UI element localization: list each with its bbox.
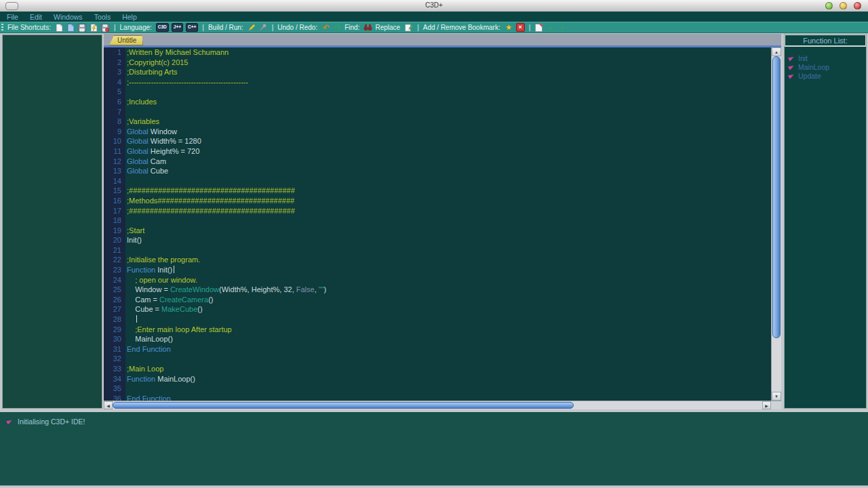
maximize-button[interactable]	[840, 2, 847, 9]
code-line[interactable]: 6;Includes	[104, 97, 771, 107]
line-number: 30	[104, 334, 125, 344]
code-line[interactable]: 8;Variables	[104, 117, 771, 127]
redo-icon[interactable]: ↷	[333, 23, 342, 32]
line-number: 2	[104, 58, 125, 68]
code-line[interactable]: 12Global Cam	[104, 157, 771, 167]
code-line[interactable]: 5	[104, 87, 771, 97]
code-line[interactable]: 21	[104, 245, 771, 256]
remove-x-icon[interactable]: ×	[516, 23, 525, 32]
code-line[interactable]: 1;Written By Michael Schumann	[104, 47, 771, 58]
replace-pencil-icon[interactable]	[404, 23, 413, 32]
output-panel: Initialising C3D+ IDE!	[0, 409, 868, 486]
code-line[interactable]: 36End Function	[104, 394, 771, 401]
code-line[interactable]: 20Init()	[104, 235, 771, 245]
toolbar-label: Find:	[344, 24, 359, 31]
minimize-button[interactable]	[825, 2, 833, 9]
toolbar-separator: |	[272, 24, 274, 31]
open-file-icon[interactable]	[66, 23, 75, 32]
vscroll-track[interactable]	[772, 56, 781, 392]
pencil-icon[interactable]	[248, 23, 256, 32]
toolbar: File Shortcuts:|Language:C3DJ++C++|Build…	[0, 22, 868, 33]
tab-untitle[interactable]: Untitle	[109, 35, 143, 45]
code-line[interactable]: 34Function MainLoop()	[104, 374, 771, 384]
code-line[interactable]: 10Global Width% = 1280	[104, 136, 771, 146]
function-arrow-icon	[788, 64, 795, 70]
language-j++-button[interactable]: J++	[172, 23, 183, 32]
code-line[interactable]: 30 MainLoop()	[104, 334, 771, 344]
hscroll-thumb[interactable]	[113, 402, 574, 409]
code-line[interactable]: 25 Window = CreateWindow(Width%, Height%…	[104, 285, 771, 295]
scroll-left-icon[interactable]: ◀	[104, 401, 113, 409]
vscroll-thumb[interactable]	[772, 56, 781, 338]
code-line[interactable]: 9Global Window	[104, 127, 771, 137]
toolbar-label: Undo / Redo:	[277, 24, 317, 31]
code-line[interactable]: 14	[104, 176, 771, 186]
code-line[interactable]: 11Global Height% = 720	[104, 146, 771, 157]
line-number: 20	[104, 235, 125, 245]
line-number: 8	[104, 117, 125, 127]
code-line[interactable]: 4;--------------------------------------…	[104, 77, 771, 87]
code-line[interactable]: 16;Methods##############################…	[104, 196, 771, 206]
menu-tools[interactable]: Tools	[94, 13, 111, 21]
menu-edit[interactable]: Edit	[30, 13, 42, 21]
code-line[interactable]: 15;#####################################…	[104, 186, 771, 196]
code-line[interactable]: 27 Cube = MakeCube()	[104, 304, 771, 314]
scroll-down-icon[interactable]: ▼	[772, 392, 781, 401]
scroll-right-icon[interactable]: ▶	[762, 401, 771, 409]
save-icon[interactable]	[78, 23, 87, 32]
build-save-icon[interactable]	[90, 23, 98, 32]
scroll-up-icon[interactable]: ▲	[772, 47, 781, 56]
code-line[interactable]: 3;Disturbing Arts	[104, 67, 771, 77]
save-as-icon[interactable]	[101, 23, 110, 32]
horizontal-scrollbar[interactable]: ◀ ▶	[104, 401, 781, 409]
code-line[interactable]: 23Function Init()	[104, 265, 771, 275]
toolbar-label: Add / Remove Bookmark:	[423, 24, 500, 31]
code-line[interactable]: 17;#####################################…	[104, 206, 771, 216]
code-line[interactable]: 35	[104, 384, 771, 394]
code-line[interactable]: 33;Main Loop	[104, 364, 771, 374]
code-line[interactable]: 31End Function	[104, 344, 771, 354]
wrench-icon[interactable]	[259, 23, 268, 32]
arrow-down-green-icon[interactable]: ▼	[557, 23, 566, 32]
menu-windows[interactable]: Windows	[54, 13, 83, 21]
function-item-update[interactable]: Update	[789, 73, 862, 79]
toolbar-separator: |	[529, 24, 531, 31]
line-number: 22	[104, 255, 125, 265]
toolbar-separator: |	[417, 24, 419, 31]
toolbar-grip-icon[interactable]	[1, 24, 3, 31]
menu-file[interactable]: File	[7, 13, 18, 21]
language-c++-button[interactable]: C++	[186, 23, 198, 32]
toolbar-label: File Shortcuts:	[7, 24, 51, 31]
code-line[interactable]: 29 ;Enter main loop After startup	[104, 325, 771, 335]
star-icon[interactable]: ★	[505, 23, 513, 32]
code-line[interactable]: 26 Cam = CreateCamera()	[104, 295, 771, 305]
code-line[interactable]: 18	[104, 216, 771, 226]
close-button[interactable]	[854, 2, 861, 9]
code-line[interactable]: 22;Initialise the program.	[104, 255, 771, 265]
function-item-init[interactable]: Init	[789, 55, 862, 62]
undo-icon[interactable]: ↶	[321, 23, 330, 32]
language-c3d-button[interactable]: C3D	[156, 23, 169, 32]
line-number: 34	[104, 374, 125, 384]
vertical-scrollbar[interactable]: ▲ ▼	[771, 47, 781, 401]
line-number: 4	[104, 77, 125, 87]
toolbar-separator: |	[202, 24, 204, 31]
arrow-up-green-icon[interactable]: ▲	[546, 23, 555, 32]
hscroll-track[interactable]	[113, 401, 762, 409]
bookmark-page-icon[interactable]	[534, 23, 543, 32]
function-item-mainloop[interactable]: MainLoop	[789, 64, 862, 70]
line-number: 12	[104, 157, 125, 167]
new-file-icon[interactable]	[55, 23, 64, 32]
code-line[interactable]: 32	[104, 354, 771, 364]
menu-help[interactable]: Help	[122, 13, 137, 21]
code-editor[interactable]: 1;Written By Michael Schumann2;Copyright…	[104, 47, 781, 401]
binoculars-icon[interactable]	[363, 23, 372, 32]
code-line[interactable]: 28	[104, 314, 771, 325]
code-line[interactable]: 13Global Cube	[104, 166, 771, 176]
code-line[interactable]: 19;Start	[104, 226, 771, 236]
code-line[interactable]: 24 ; open our window.	[104, 275, 771, 285]
line-number: 36	[104, 394, 125, 401]
code-line[interactable]: 2;Copyright(c) 2015	[104, 58, 771, 68]
code-line[interactable]: 7	[104, 107, 771, 117]
line-number: 16	[104, 196, 125, 206]
